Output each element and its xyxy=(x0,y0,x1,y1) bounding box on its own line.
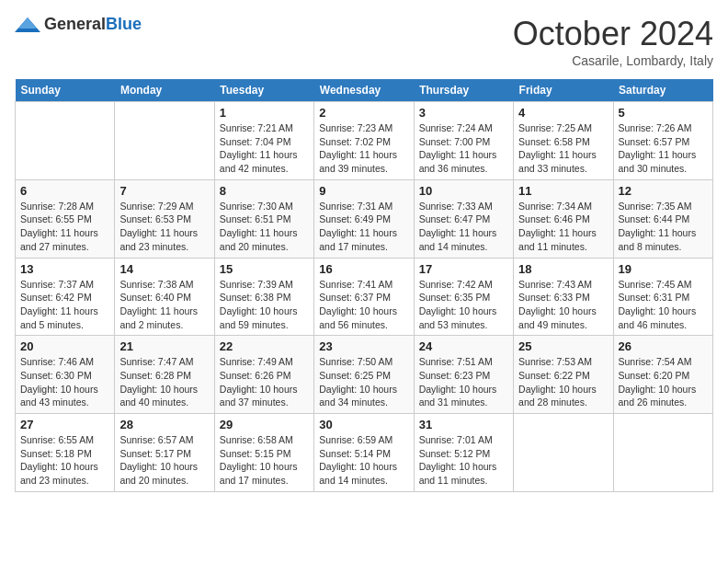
day-info: Sunrise: 6:59 AMSunset: 5:14 PMDaylight:… xyxy=(319,433,408,488)
day-info: Sunrise: 7:33 AMSunset: 6:47 PMDaylight:… xyxy=(419,200,508,254)
day-header-sunday: Sunday xyxy=(16,79,115,102)
day-info: Sunrise: 7:45 AMSunset: 6:31 PMDaylight:… xyxy=(619,278,708,332)
week-row-3: 13 Sunrise: 7:37 AMSunset: 6:42 PMDaylig… xyxy=(16,258,713,336)
day-info: Sunrise: 7:38 AMSunset: 6:40 PMDaylight:… xyxy=(119,278,209,332)
calendar-table: SundayMondayTuesdayWednesdayThursdayFrid… xyxy=(15,79,713,492)
day-number: 19 xyxy=(619,262,708,276)
day-header-row: SundayMondayTuesdayWednesdayThursdayFrid… xyxy=(16,79,713,102)
day-number: 28 xyxy=(119,418,209,431)
day-number: 31 xyxy=(419,418,508,431)
calendar-cell: 2 Sunrise: 7:23 AMSunset: 7:02 PMDayligh… xyxy=(314,102,414,180)
week-row-2: 6 Sunrise: 7:28 AMSunset: 6:55 PMDayligh… xyxy=(16,179,713,258)
calendar-cell: 8 Sunrise: 7:30 AMSunset: 6:51 PMDayligh… xyxy=(214,179,313,258)
day-info: Sunrise: 7:49 AMSunset: 6:26 PMDaylight:… xyxy=(220,355,309,409)
calendar-cell xyxy=(514,414,613,492)
day-number: 3 xyxy=(419,106,508,120)
day-info: Sunrise: 6:58 AMSunset: 5:15 PMDaylight:… xyxy=(220,433,309,488)
day-number: 12 xyxy=(619,184,708,198)
day-header-thursday: Thursday xyxy=(414,79,513,102)
day-number: 7 xyxy=(119,184,209,198)
calendar-cell: 16 Sunrise: 7:41 AMSunset: 6:37 PMDaylig… xyxy=(314,258,414,336)
calendar-cell: 25 Sunrise: 7:53 AMSunset: 6:22 PMDaylig… xyxy=(514,336,613,414)
calendar-cell: 1 Sunrise: 7:21 AMSunset: 7:04 PMDayligh… xyxy=(214,102,313,180)
day-info: Sunrise: 7:42 AMSunset: 6:35 PMDaylight:… xyxy=(419,278,508,332)
day-info: Sunrise: 7:51 AMSunset: 6:23 PMDaylight:… xyxy=(419,355,508,409)
day-info: Sunrise: 7:01 AMSunset: 5:12 PMDaylight:… xyxy=(419,433,508,488)
calendar-cell: 24 Sunrise: 7:51 AMSunset: 6:23 PMDaylig… xyxy=(414,336,513,414)
day-info: Sunrise: 7:37 AMSunset: 6:42 PMDaylight:… xyxy=(20,278,109,332)
day-number: 17 xyxy=(419,262,508,276)
calendar-cell: 23 Sunrise: 7:50 AMSunset: 6:25 PMDaylig… xyxy=(314,336,414,414)
day-info: Sunrise: 7:31 AMSunset: 6:49 PMDaylight:… xyxy=(319,200,408,254)
day-header-friday: Friday xyxy=(514,79,613,102)
day-number: 4 xyxy=(518,106,608,120)
title-block: October 2024 Casarile, Lombardy, Italy xyxy=(513,15,713,68)
day-info: Sunrise: 7:39 AMSunset: 6:38 PMDaylight:… xyxy=(220,278,309,332)
day-number: 23 xyxy=(319,339,408,353)
day-info: Sunrise: 7:28 AMSunset: 6:55 PMDaylight:… xyxy=(20,200,109,254)
day-header-monday: Monday xyxy=(115,79,214,102)
day-info: Sunrise: 7:53 AMSunset: 6:22 PMDaylight:… xyxy=(518,355,608,409)
day-info: Sunrise: 7:26 AMSunset: 6:57 PMDaylight:… xyxy=(619,121,708,176)
calendar-cell: 26 Sunrise: 7:54 AMSunset: 6:20 PMDaylig… xyxy=(613,336,712,414)
calendar-cell: 15 Sunrise: 7:39 AMSunset: 6:38 PMDaylig… xyxy=(214,258,313,336)
day-number: 9 xyxy=(319,184,408,198)
calendar-cell: 13 Sunrise: 7:37 AMSunset: 6:42 PMDaylig… xyxy=(16,258,115,336)
day-header-saturday: Saturday xyxy=(613,79,712,102)
day-number: 2 xyxy=(319,106,408,120)
calendar-cell: 5 Sunrise: 7:26 AMSunset: 6:57 PMDayligh… xyxy=(613,102,712,180)
day-number: 10 xyxy=(419,184,508,198)
day-number: 25 xyxy=(518,339,608,353)
day-number: 1 xyxy=(220,106,309,120)
day-info: Sunrise: 7:23 AMSunset: 7:02 PMDaylight:… xyxy=(319,121,408,176)
day-info: Sunrise: 7:24 AMSunset: 7:00 PMDaylight:… xyxy=(419,121,508,176)
day-number: 11 xyxy=(518,184,608,198)
calendar-cell: 22 Sunrise: 7:49 AMSunset: 6:26 PMDaylig… xyxy=(214,336,313,414)
day-info: Sunrise: 7:25 AMSunset: 6:58 PMDaylight:… xyxy=(518,121,608,176)
day-info: Sunrise: 7:21 AMSunset: 7:04 PMDaylight:… xyxy=(220,121,309,176)
logo: GeneralBlue xyxy=(15,15,142,34)
day-number: 16 xyxy=(319,262,408,276)
calendar-cell: 18 Sunrise: 7:43 AMSunset: 6:33 PMDaylig… xyxy=(514,258,613,336)
day-info: Sunrise: 7:35 AMSunset: 6:44 PMDaylight:… xyxy=(619,200,708,254)
calendar-cell: 19 Sunrise: 7:45 AMSunset: 6:31 PMDaylig… xyxy=(613,258,712,336)
day-info: Sunrise: 7:29 AMSunset: 6:53 PMDaylight:… xyxy=(119,200,209,254)
logo-general: General xyxy=(44,15,106,33)
calendar-cell: 20 Sunrise: 7:46 AMSunset: 6:30 PMDaylig… xyxy=(16,336,115,414)
day-number: 30 xyxy=(319,418,408,431)
day-number: 26 xyxy=(619,339,708,353)
day-info: Sunrise: 6:57 AMSunset: 5:17 PMDaylight:… xyxy=(119,433,209,488)
calendar-cell: 29 Sunrise: 6:58 AMSunset: 5:15 PMDaylig… xyxy=(214,414,313,492)
location-title: Casarile, Lombardy, Italy xyxy=(513,53,713,68)
day-number: 27 xyxy=(20,418,109,431)
day-number: 22 xyxy=(220,339,309,353)
day-number: 8 xyxy=(220,184,309,198)
calendar-cell: 21 Sunrise: 7:47 AMSunset: 6:28 PMDaylig… xyxy=(115,336,214,414)
calendar-cell: 7 Sunrise: 7:29 AMSunset: 6:53 PMDayligh… xyxy=(115,179,214,258)
calendar-cell: 17 Sunrise: 7:42 AMSunset: 6:35 PMDaylig… xyxy=(414,258,513,336)
page-header: GeneralBlue October 2024 Casarile, Lomba… xyxy=(15,15,713,68)
day-header-wednesday: Wednesday xyxy=(314,79,414,102)
calendar-cell: 11 Sunrise: 7:34 AMSunset: 6:46 PMDaylig… xyxy=(514,179,613,258)
calendar-cell: 27 Sunrise: 6:55 AMSunset: 5:18 PMDaylig… xyxy=(16,414,115,492)
day-number: 21 xyxy=(119,339,209,353)
day-info: Sunrise: 7:50 AMSunset: 6:25 PMDaylight:… xyxy=(319,355,408,409)
day-info: Sunrise: 7:43 AMSunset: 6:33 PMDaylight:… xyxy=(518,278,608,332)
day-number: 15 xyxy=(220,262,309,276)
calendar-cell: 28 Sunrise: 6:57 AMSunset: 5:17 PMDaylig… xyxy=(115,414,214,492)
calendar-cell: 4 Sunrise: 7:25 AMSunset: 6:58 PMDayligh… xyxy=(514,102,613,180)
calendar-cell: 31 Sunrise: 7:01 AMSunset: 5:12 PMDaylig… xyxy=(414,414,513,492)
calendar-cell xyxy=(613,414,712,492)
week-row-1: 1 Sunrise: 7:21 AMSunset: 7:04 PMDayligh… xyxy=(16,102,713,180)
day-number: 24 xyxy=(419,339,508,353)
day-info: Sunrise: 7:30 AMSunset: 6:51 PMDaylight:… xyxy=(220,200,309,254)
week-row-4: 20 Sunrise: 7:46 AMSunset: 6:30 PMDaylig… xyxy=(16,336,713,414)
svg-marker-1 xyxy=(18,17,37,29)
day-number: 18 xyxy=(518,262,608,276)
day-info: Sunrise: 6:55 AMSunset: 5:18 PMDaylight:… xyxy=(20,433,109,488)
calendar-cell xyxy=(16,102,115,180)
day-number: 14 xyxy=(119,262,209,276)
day-number: 29 xyxy=(220,418,309,431)
calendar-cell: 6 Sunrise: 7:28 AMSunset: 6:55 PMDayligh… xyxy=(16,179,115,258)
calendar-cell xyxy=(115,102,214,180)
